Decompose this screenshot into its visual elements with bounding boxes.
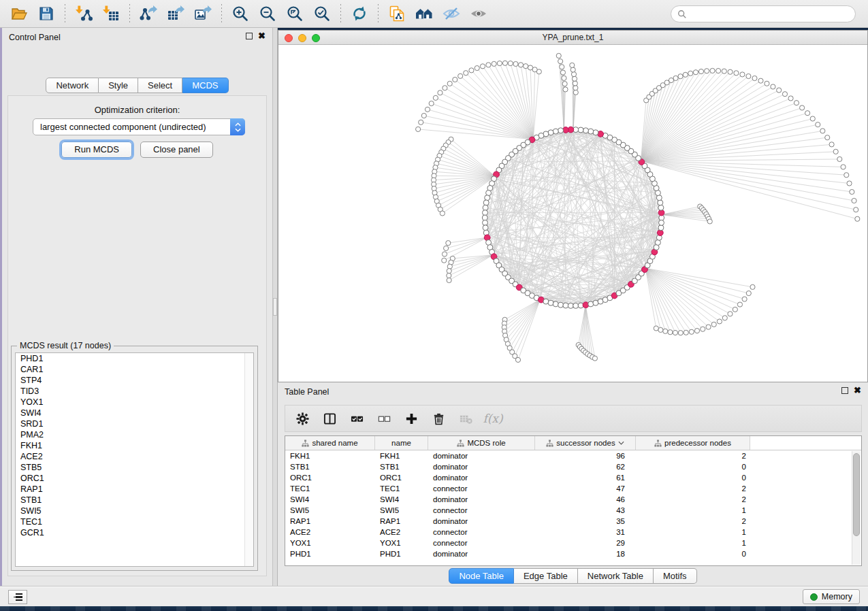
table-row[interactable]: ORC1ORC1dominator610	[285, 472, 861, 483]
column-header-name[interactable]: name	[375, 436, 428, 450]
mcds-result-item[interactable]: RAP1	[16, 484, 253, 495]
export-network-button[interactable]	[135, 2, 162, 25]
network-canvas-svg	[278, 46, 867, 382]
plus-icon	[405, 412, 418, 425]
function-builder-button[interactable]: f(x)	[484, 410, 502, 427]
node-table[interactable]: shared namenameMCDS rolesuccessor nodesp…	[285, 435, 862, 566]
table-row[interactable]: SWI5SWI5connector431	[285, 505, 861, 516]
mcds-result-item[interactable]: PMA2	[16, 429, 253, 440]
memory-status-dot	[810, 593, 818, 601]
mcds-result-item[interactable]: TID3	[16, 386, 253, 397]
mcds-result-item[interactable]: CAR1	[16, 364, 253, 375]
mcds-result-item[interactable]: FKH1	[16, 440, 253, 451]
mcds-result-item[interactable]: PHD1	[16, 353, 253, 364]
mcds-result-item[interactable]: SWI4	[16, 408, 253, 418]
tab-network-table[interactable]: Network Table	[578, 568, 654, 584]
mcds-result-item[interactable]: GCR1	[16, 527, 253, 538]
tab-mcds[interactable]: MCDS	[182, 78, 228, 93]
column-header-successor-nodes[interactable]: successor nodes	[535, 436, 636, 450]
import-table-button[interactable]	[97, 2, 125, 25]
table-cell-name: FKH1	[375, 450, 428, 461]
vertical-splitter[interactable]	[272, 28, 278, 586]
optimization-select[interactable]: largest connected component (undirected)	[33, 118, 245, 135]
hide-selected-button[interactable]	[438, 2, 465, 25]
table-row[interactable]: RAP1RAP1dominator352	[285, 516, 861, 527]
delete-column-button[interactable]	[457, 410, 475, 427]
export-table-button[interactable]	[162, 2, 189, 25]
maximize-window-icon[interactable]	[312, 34, 320, 42]
mcds-result-item[interactable]: SWI5	[16, 506, 253, 516]
import-network-button[interactable]	[70, 2, 97, 25]
table-row[interactable]: TEC1TEC1connector472	[285, 483, 861, 494]
optimization-select-value: largest connected component (undirected)	[40, 122, 206, 132]
zoom-selected-button[interactable]	[308, 2, 336, 25]
delete-row-button[interactable]	[430, 410, 447, 427]
tab-select[interactable]: Select	[138, 78, 182, 93]
open-session-button[interactable]	[5, 2, 33, 25]
zoom-fit-button[interactable]	[281, 2, 308, 25]
table-options-button[interactable]	[293, 410, 311, 427]
add-column-button[interactable]	[402, 410, 420, 427]
status-bar: Memory	[0, 586, 868, 606]
duplicate-network-button[interactable]	[383, 2, 411, 25]
splitter-handle[interactable]	[273, 298, 277, 316]
table-row[interactable]: STB1STB1dominator620	[285, 461, 861, 472]
table-row[interactable]: FKH1FKH1dominator962	[285, 450, 861, 461]
mcds-result-item[interactable]: TEC1	[16, 516, 253, 527]
close-panel-icon[interactable]: ✖	[854, 387, 861, 394]
minimize-window-icon[interactable]	[298, 34, 306, 42]
mcds-result-item[interactable]: STP4	[16, 375, 253, 386]
table-cell-role: dominator	[428, 516, 535, 527]
table-cell-predecessors: 2	[636, 494, 750, 505]
mcds-list-scrollbar[interactable]	[244, 353, 253, 566]
close-window-icon[interactable]	[285, 34, 293, 42]
network-titlebar[interactable]: YPA_prune.txt_1	[278, 31, 867, 45]
float-window-icon[interactable]	[246, 33, 253, 39]
column-header-MCDS-role[interactable]: MCDS role	[428, 436, 535, 450]
deselect-all-button[interactable]	[375, 410, 393, 427]
mcds-result-list[interactable]: PHD1CAR1STP4TID3YOX1SWI4SRD1PMA2FKH1ACE2…	[15, 352, 254, 567]
zoom-out-button[interactable]	[254, 2, 281, 25]
cytoscape-app: Control Panel ✖ NetworkStyleSelectMCDS O…	[0, 0, 868, 611]
mcds-result-item[interactable]: ORC1	[16, 473, 253, 484]
save-session-button[interactable]	[33, 2, 60, 25]
export-image-button[interactable]	[189, 2, 216, 25]
memory-button[interactable]: Memory	[803, 589, 860, 604]
table-scrollbar[interactable]	[852, 451, 861, 565]
table-row[interactable]: PHD1PHD1dominator180	[285, 548, 861, 559]
mcds-result-item[interactable]: YOX1	[16, 397, 253, 408]
run-mcds-button[interactable]: Run MCDS	[61, 142, 132, 158]
refresh-layout-button[interactable]	[346, 2, 373, 25]
tab-node-table[interactable]: Node Table	[449, 568, 514, 584]
column-header-predecessor-nodes[interactable]: predecessor nodes	[636, 436, 750, 450]
first-neighbors-button[interactable]	[411, 2, 438, 25]
sort-caret-icon	[618, 441, 624, 445]
show-all-button[interactable]	[465, 2, 492, 25]
delete-column-icon	[460, 412, 472, 425]
table-row[interactable]: YOX1YOX1connector291	[285, 538, 861, 548]
unchecked-boxes-icon	[378, 412, 391, 425]
table-scrollbar-thumb[interactable]	[853, 453, 860, 536]
column-header-shared-name[interactable]: shared name	[285, 436, 375, 450]
tab-motifs[interactable]: Motifs	[654, 568, 697, 584]
mcds-result-item[interactable]: SRD1	[16, 418, 253, 429]
table-row[interactable]: ACE2ACE2connector311	[285, 527, 861, 538]
select-all-button[interactable]	[348, 410, 366, 427]
network-canvas[interactable]	[278, 46, 867, 382]
task-history-button[interactable]	[8, 590, 27, 604]
zoom-in-button[interactable]	[227, 2, 254, 25]
search-input[interactable]	[690, 7, 855, 21]
close-panel-button[interactable]: Close panel	[140, 142, 213, 158]
float-window-icon[interactable]	[841, 387, 848, 394]
table-cell-shared_name: ORC1	[285, 472, 375, 483]
mcds-result-item[interactable]: STB1	[16, 495, 253, 506]
search-field[interactable]	[671, 5, 856, 22]
tab-style[interactable]: Style	[99, 78, 138, 93]
tab-network[interactable]: Network	[46, 78, 99, 93]
tab-edge-table[interactable]: Edge Table	[514, 568, 578, 584]
mcds-result-item[interactable]: ACE2	[16, 451, 253, 462]
show-column-button[interactable]	[321, 410, 338, 427]
table-row[interactable]: SWI4SWI4dominator462	[285, 494, 861, 505]
mcds-result-item[interactable]: STB5	[16, 462, 253, 473]
close-panel-icon[interactable]: ✖	[258, 33, 266, 39]
